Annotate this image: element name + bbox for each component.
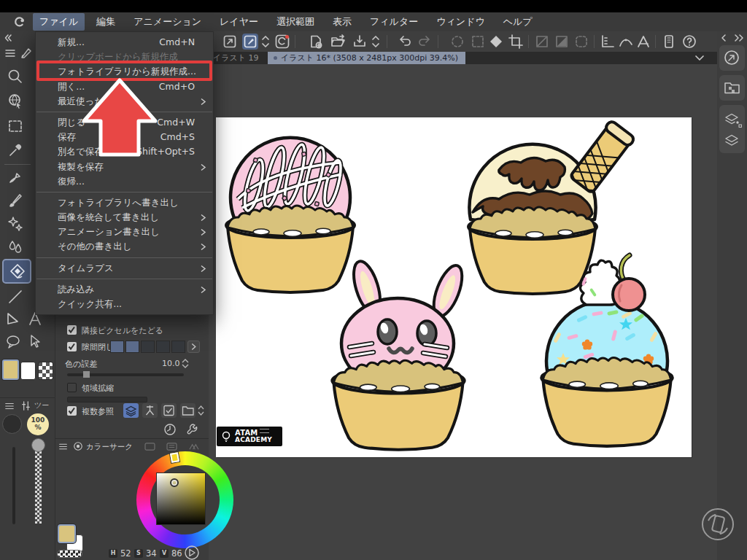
color-margin-stepper[interactable] — [181, 358, 190, 369]
tool-blend-icon[interactable] — [7, 238, 24, 256]
menu-help[interactable]: ヘルプ — [497, 13, 539, 31]
tool-line-icon[interactable] — [7, 288, 24, 306]
tool-figure-icon[interactable] — [4, 310, 22, 327]
brush-size-preview[interactable] — [2, 414, 22, 434]
color-circle-tab-icon[interactable] — [73, 441, 83, 451]
tab-list-chevron[interactable] — [694, 54, 705, 63]
refer-folder-button[interactable] — [180, 403, 196, 418]
reselect-icon[interactable] — [470, 34, 486, 50]
tool-fill-icon[interactable] — [9, 262, 26, 280]
checkbox-multiple-referring[interactable] — [67, 406, 77, 416]
file-expander-icon[interactable] — [371, 34, 381, 50]
tab-color-slider-icon[interactable] — [144, 442, 155, 451]
tab-illust16-active[interactable]: イラスト 16* (3508 x 2481px 300dpi 39.4%) — [268, 52, 465, 64]
edit-mode-icon[interactable] — [242, 34, 258, 50]
menu-layer[interactable]: レイヤー — [213, 13, 265, 31]
menuitem-export-animation[interactable]: アニメーション書き出し — [36, 225, 213, 239]
selection-area-grayed-icon[interactable] — [573, 34, 589, 50]
tool-pen-icon[interactable] — [7, 168, 24, 186]
menu-view[interactable]: 表示 — [326, 13, 358, 31]
color-mode-toggle-icon[interactable] — [184, 545, 200, 560]
panel-menu-icon[interactable] — [4, 401, 15, 411]
tab-color-set-icon[interactable] — [166, 442, 177, 451]
help-icon[interactable] — [681, 34, 697, 50]
opacity-slider[interactable] — [35, 449, 42, 524]
main-color-swatch[interactable] — [2, 359, 19, 380]
opacity-slider-knob[interactable] — [31, 438, 45, 452]
open-file-icon[interactable] — [330, 34, 346, 50]
menu-window[interactable]: ウィンドウ — [430, 13, 492, 31]
menuitem-quick-share[interactable]: クイック共有... — [36, 297, 213, 311]
invert-selection-icon[interactable] — [488, 34, 504, 50]
brush-settings-icon[interactable] — [20, 400, 31, 411]
color-margin-slider-knob[interactable] — [83, 371, 90, 378]
checkbox-area-scaling[interactable] — [67, 383, 77, 392]
material-panel-button[interactable] — [719, 75, 745, 101]
gap-expand-button[interactable] — [187, 341, 200, 353]
tool-eyedropper-icon[interactable] — [7, 141, 24, 159]
tool-menu-icon[interactable] — [4, 47, 16, 59]
menuitem-import[interactable]: 読み込み — [36, 282, 213, 297]
gap-size-1[interactable] — [110, 341, 124, 353]
clip-studio-home-icon[interactable] — [274, 34, 290, 50]
tool-selection-icon[interactable] — [7, 117, 24, 135]
gap-size-3[interactable] — [141, 341, 155, 353]
gap-size-5[interactable] — [171, 341, 185, 353]
refer-selection-button[interactable] — [161, 403, 177, 418]
tool-decoration-icon[interactable] — [7, 215, 24, 233]
save-icon[interactable] — [352, 34, 368, 50]
rotate-device-button[interactable] — [700, 506, 736, 542]
tab-color-mixing-icon[interactable] — [188, 442, 199, 451]
tool-nav-tab[interactable]: ツー — [34, 400, 49, 411]
opacity-badge[interactable]: 100% — [27, 413, 49, 435]
wrench-settings-icon[interactable] — [185, 422, 199, 436]
menu-file[interactable]: ファイル — [33, 13, 85, 31]
menuitem-export-others[interactable]: その他の書き出し — [36, 239, 213, 254]
clip-studio-logo[interactable] — [12, 14, 28, 30]
tool-move-icon[interactable] — [7, 93, 24, 110]
brush-size-slider[interactable] — [12, 447, 15, 524]
collapse-left-icon[interactable] — [3, 33, 13, 43]
multi-ref-stepper[interactable] — [197, 404, 205, 417]
gap-size-2[interactable] — [125, 341, 139, 353]
checkbox-follow-adjacent[interactable] — [67, 325, 77, 335]
transparent-color-swatch[interactable] — [38, 362, 53, 380]
new-file-icon[interactable] — [308, 34, 324, 50]
refer-all-layers-button[interactable] — [123, 403, 139, 418]
checkbox-close-gap[interactable] — [67, 342, 77, 351]
color-panel-menu-icon[interactable] — [58, 442, 68, 451]
crop-icon[interactable] — [508, 34, 524, 50]
snap-grid-icon[interactable] — [635, 34, 651, 50]
fullscreen-icon[interactable] — [222, 34, 238, 50]
refer-reference-layer-button[interactable] — [142, 403, 158, 418]
tool-tab-pen-icon[interactable] — [19, 46, 34, 61]
sub-color-swatch[interactable] — [20, 362, 36, 380]
sv-selector[interactable] — [170, 478, 179, 487]
color-transparent-swatch[interactable] — [57, 550, 82, 558]
dock-arrows[interactable] — [719, 33, 745, 43]
tool-zoom-icon[interactable] — [7, 68, 24, 85]
layer-buttons[interactable] — [719, 105, 745, 153]
color-main-swatch[interactable] — [58, 524, 76, 543]
menuitem-revert[interactable]: 復帰... — [36, 174, 213, 189]
saturation-value-square[interactable] — [157, 473, 205, 524]
undo-icon[interactable] — [396, 34, 412, 50]
reset-defaults-icon[interactable] — [163, 423, 177, 436]
hue-selector[interactable] — [170, 452, 179, 463]
menuitem-export-merged[interactable]: 画像を統合して書き出し — [36, 210, 213, 225]
toolbar-expander-icon[interactable] — [260, 34, 271, 50]
menuitem-new[interactable]: 新規...Cmd+N — [36, 35, 213, 50]
tool-brush-icon[interactable] — [7, 192, 24, 209]
transform-grayed-icon[interactable] — [554, 34, 570, 50]
menu-edit[interactable]: 編集 — [90, 13, 122, 31]
tool-balloon-icon[interactable] — [4, 333, 22, 351]
menu-selection[interactable]: 選択範囲 — [270, 13, 321, 31]
redo-icon[interactable] — [417, 34, 433, 50]
quick-access-button[interactable] — [719, 45, 745, 71]
canvas-document[interactable]: ATAM ACADEMY — [216, 117, 692, 457]
menu-filter[interactable]: フィルター — [363, 13, 425, 31]
area-scaling-slider[interactable] — [67, 397, 147, 402]
snap-special-ruler-icon[interactable] — [618, 34, 634, 50]
menu-animation[interactable]: アニメーション — [127, 13, 208, 31]
gap-size-4[interactable] — [156, 341, 170, 353]
